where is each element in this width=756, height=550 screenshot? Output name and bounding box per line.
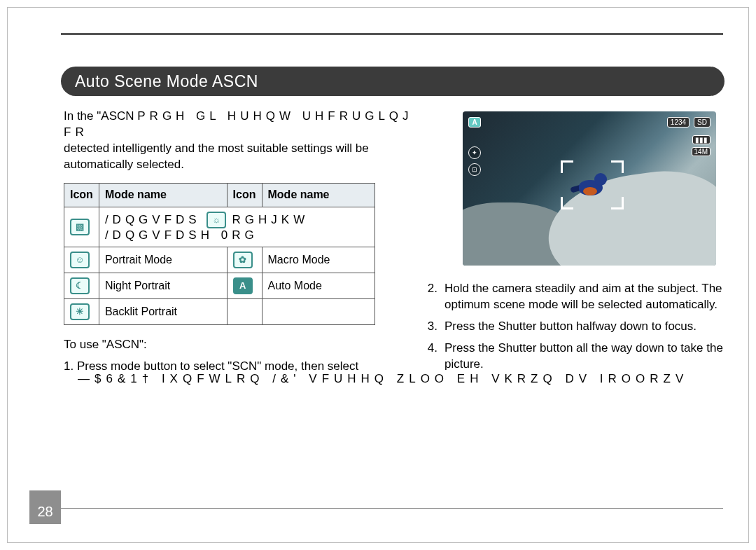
bottom-rule	[61, 508, 723, 509]
th-mode-1: Mode name	[99, 183, 227, 207]
night-landscape-icon: ☼	[206, 212, 226, 228]
hud-right-col: ▮▮▮ 14M	[692, 135, 710, 156]
step-4-num: 4.	[425, 341, 438, 373]
table-row: ☾ Night Portrait A Auto Mode	[64, 273, 375, 298]
step-4-text: Press the Shutter button all the way dow…	[444, 341, 723, 373]
intro-line3: automatically selected.	[64, 158, 184, 171]
step-4: 4. Press the Shutter button all the way …	[425, 341, 723, 373]
hud-top: A 1234 SD	[468, 117, 710, 128]
battery-icon: ▮▮▮	[692, 135, 710, 144]
right-column: 2. Hold the camera steadily and aim at t…	[425, 281, 723, 378]
left-column: In the "ASCN PRGH GL HUHQW UHFRUGLQJ FR …	[64, 109, 442, 375]
row1-name2: Macro Mode	[262, 247, 375, 273]
landscape-icon: ▧	[70, 219, 90, 235]
night-portrait-icon: ☾	[70, 277, 90, 294]
hud-left-col: ✦ ⊡	[468, 146, 481, 176]
intro-line2: detected intelligently and the most suit…	[64, 142, 369, 155]
top-rule	[61, 33, 723, 35]
hud-indicator-icon: ✦	[468, 146, 481, 159]
th-icon-2: Icon	[227, 183, 262, 207]
table-row: ☺ Portrait Mode ✿ Macro Mode	[64, 247, 375, 273]
row1-name1: Portrait Mode	[99, 247, 227, 273]
row2-name2: Auto Mode	[262, 273, 375, 298]
row3-icon2-empty	[227, 298, 262, 324]
table-header-row: Icon Mode name Icon Mode name	[64, 183, 375, 207]
th-icon-1: Icon	[64, 183, 99, 207]
table-row: ☀ Backlit Portrait	[64, 298, 375, 324]
camera-lcd-preview: A 1234 SD ▮▮▮ 14M ✦ ⊡	[463, 111, 716, 266]
section-title-pill: Auto Scene Mode ASCN	[61, 67, 724, 96]
page-number-text: 28	[37, 504, 52, 520]
backlit-portrait-icon: ☀	[70, 303, 90, 320]
step-3-num: 3.	[425, 319, 438, 335]
step-3-text: Press the Shutter button halfway down to…	[444, 319, 696, 335]
table-row: ▧ /DQGVFDS ☼ RGHJKW /DQGVFDSH 0RG	[64, 207, 375, 247]
section-title: Auto Scene Mode ASCN	[75, 72, 258, 91]
auto-mode-icon: A	[233, 277, 253, 294]
step-2-text: Hold the camera steadily and aim at the …	[444, 281, 723, 313]
row0-name1-garbled: /DQGVFDS	[105, 212, 201, 226]
to-use-label: To use "ASCN":	[64, 338, 442, 352]
step-2: 2. Hold the camera steadily and aim at t…	[425, 281, 723, 313]
step-2-num: 2.	[425, 281, 438, 313]
row2-name1: Night Portrait	[99, 273, 227, 298]
portrait-icon: ☺	[70, 252, 90, 268]
mode-table: Icon Mode name Icon Mode name ▧ /DQGVFDS…	[64, 183, 375, 325]
intro-text: In the "ASCN PRGH GL HUHQW UHFRUGLQJ FR …	[64, 109, 442, 173]
row3-name2-empty	[262, 298, 375, 324]
th-mode-2: Mode name	[262, 183, 375, 207]
hud-indicator-icon: ⊡	[468, 163, 481, 176]
shot-counter: 1234	[667, 117, 690, 128]
focus-bracket	[561, 160, 624, 209]
intro-line1a: In the "ASCN	[64, 109, 134, 123]
auto-badge-icon: A	[468, 117, 481, 128]
manual-page: Auto Scene Mode ASCN In the "ASCN PRGH G…	[7, 7, 749, 543]
resolution-badge: 14M	[692, 147, 710, 156]
macro-icon: ✿	[233, 252, 253, 268]
row3-name1: Backlit Portrait	[99, 298, 227, 324]
sd-icon: SD	[694, 117, 710, 128]
page-number: 28	[29, 490, 61, 524]
step-3: 3. Press the Shutter button halfway down…	[425, 319, 723, 335]
